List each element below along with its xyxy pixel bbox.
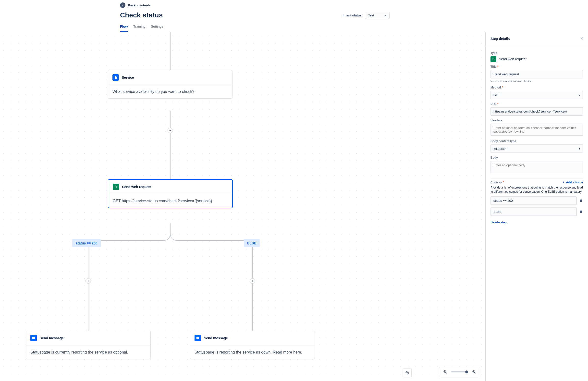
branch-label-status-200[interactable]: status == 200 <box>72 239 101 247</box>
intent-status-select[interactable]: Test ▾ <box>365 12 390 19</box>
node-web-request-body: GET https://service-status.com/check?ser… <box>108 194 232 208</box>
title-input[interactable] <box>490 70 583 78</box>
body-type-label: Body content type <box>490 139 583 143</box>
url-input[interactable] <box>490 107 583 116</box>
message-icon <box>194 335 201 341</box>
chevron-down-icon: ▾ <box>385 14 386 17</box>
flow-canvas[interactable]: Service What service availability do you… <box>0 32 588 381</box>
plus-icon: + <box>563 180 565 184</box>
svg-rect-1 <box>196 337 199 339</box>
tab-settings[interactable]: Settings <box>151 24 163 32</box>
add-choice-label: Add choice <box>566 180 583 184</box>
node-send-left-title: Send message <box>40 336 64 340</box>
node-send-right-body: Statuspage is reporting the service as d… <box>190 345 315 359</box>
node-send-message-right[interactable]: Send message Statuspage is reporting the… <box>190 331 315 359</box>
headers-input[interactable] <box>490 124 583 136</box>
method-value: GET <box>493 93 500 97</box>
url-label: URL <box>490 102 583 106</box>
intent-status-label: Intent status: <box>342 14 363 17</box>
locate-button[interactable] <box>403 368 412 377</box>
svg-point-2 <box>407 372 408 373</box>
web-request-icon <box>113 184 119 190</box>
chevron-down-icon: ▾ <box>579 147 580 150</box>
svg-point-3 <box>406 371 409 374</box>
branch-label-else[interactable]: ELSE <box>244 239 260 247</box>
body-type-value: text/plain <box>493 147 506 151</box>
page-title: Check status <box>120 11 163 19</box>
node-web-request-title: Send web request <box>122 185 151 189</box>
title-help: Your customers won't see this title. <box>490 80 583 83</box>
zoom-in-button[interactable] <box>471 369 477 375</box>
tab-training[interactable]: Training <box>133 24 146 32</box>
intent-status-value: Test <box>368 14 374 17</box>
choices-description: Provide a list of expressions that going… <box>490 186 583 194</box>
zoom-controls <box>439 367 480 377</box>
node-service-body: What service availability do you want to… <box>108 85 232 98</box>
trash-icon[interactable] <box>579 209 583 214</box>
choice-row <box>490 207 583 216</box>
back-to-intents-link[interactable]: Back to intents <box>120 2 390 8</box>
svg-rect-0 <box>32 337 35 339</box>
step-details-panel: Step details × Type Send web request Tit… <box>485 32 588 381</box>
back-label: Back to intents <box>128 3 151 7</box>
add-step-button-left[interactable]: + <box>85 278 91 284</box>
add-choice-button[interactable]: + Add choice <box>563 180 583 184</box>
node-web-request[interactable]: Send web request GET https://service-sta… <box>108 179 233 208</box>
svg-line-5 <box>446 372 447 373</box>
trash-icon[interactable] <box>579 198 583 203</box>
body-input[interactable] <box>490 161 583 173</box>
choice-input[interactable] <box>490 196 577 205</box>
zoom-out-button[interactable] <box>442 369 448 375</box>
choice-input[interactable] <box>490 207 577 216</box>
body-label: Body <box>490 156 583 159</box>
add-step-button-right[interactable]: + <box>250 278 255 284</box>
delete-step-link[interactable]: Delete step <box>490 220 583 224</box>
node-send-right-title: Send message <box>204 336 228 340</box>
node-service-title: Service <box>122 75 134 79</box>
method-label: Method <box>490 86 583 89</box>
type-label: Type <box>490 51 583 55</box>
web-request-icon <box>490 56 496 62</box>
choice-row <box>490 196 583 205</box>
method-select[interactable]: GET ▾ <box>490 91 583 99</box>
step-type: Send web request <box>490 56 583 62</box>
headers-label: Headers <box>490 119 583 122</box>
arrow-left-circle-icon <box>120 2 126 8</box>
page-header: Back to intents Check status Intent stat… <box>0 0 588 32</box>
add-step-button[interactable]: + <box>168 128 173 133</box>
message-icon <box>30 335 37 341</box>
svg-line-8 <box>475 372 476 373</box>
node-send-message-left[interactable]: Send message Statuspage is currently rep… <box>26 331 151 359</box>
document-icon <box>112 74 119 81</box>
tab-flow[interactable]: Flow <box>120 24 128 32</box>
close-icon[interactable]: × <box>580 36 583 41</box>
chevron-down-icon: ▾ <box>579 94 580 96</box>
step-type-value: Send web request <box>499 57 526 61</box>
choices-label: Choices <box>490 181 504 184</box>
body-type-select[interactable]: text/plain ▾ <box>490 144 583 153</box>
tabs: Flow Training Settings <box>120 24 390 32</box>
zoom-slider[interactable] <box>451 371 468 372</box>
node-service[interactable]: Service What service availability do you… <box>108 70 233 99</box>
title-label: Title <box>490 65 583 68</box>
panel-title: Step details <box>490 37 510 41</box>
node-send-left-body: Statuspage is currently reporting the se… <box>26 345 150 359</box>
